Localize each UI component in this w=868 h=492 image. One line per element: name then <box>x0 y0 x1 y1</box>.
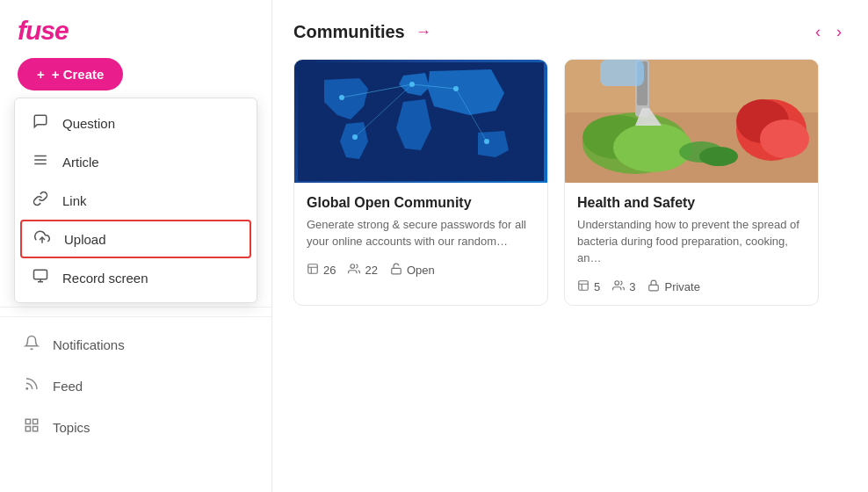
docs-icon-health <box>577 279 590 294</box>
section-title: Communities <box>293 22 405 42</box>
community-card-global[interactable]: Global Open Community Generate strong & … <box>293 59 548 306</box>
sidebar-header: fuse <box>0 0 271 58</box>
cards-row: Global Open Community Generate strong & … <box>293 59 847 306</box>
svg-rect-11 <box>33 427 38 431</box>
card-body-global: Global Open Community Generate strong & … <box>294 183 547 288</box>
dropdown-item-upload[interactable]: Upload <box>20 220 251 258</box>
svg-rect-9 <box>33 419 38 423</box>
svg-point-33 <box>699 147 738 166</box>
sidebar-item-feed[interactable]: Feed <box>0 365 271 407</box>
svg-point-44 <box>615 280 619 285</box>
sidebar-nav: Notifications Feed Topics <box>0 316 271 448</box>
members-icon-global <box>348 263 360 278</box>
svg-rect-8 <box>25 419 30 423</box>
link-icon <box>31 191 50 210</box>
world-map-svg <box>298 62 544 181</box>
svg-rect-10 <box>25 427 30 431</box>
card-title-health: Health and Safety <box>577 195 806 211</box>
svg-point-31 <box>613 123 692 172</box>
notifications-label: Notifications <box>53 337 125 352</box>
prev-arrow-button[interactable]: ‹ <box>810 21 826 43</box>
article-icon <box>31 152 50 171</box>
create-button[interactable]: + + Create <box>18 58 123 90</box>
svg-point-7 <box>26 388 28 390</box>
sidebar-divider <box>0 307 271 308</box>
dropdown-label-upload: Upload <box>64 232 106 247</box>
access-type-global: Open <box>407 264 435 277</box>
members-icon-health <box>612 279 625 294</box>
notifications-icon <box>23 335 40 355</box>
meta-members-health: 3 <box>612 279 635 294</box>
card-desc-global: Generate strong & secure passwords for a… <box>307 217 535 250</box>
svg-point-36 <box>760 119 809 158</box>
meta-access-health: Private <box>647 279 699 294</box>
card-meta-health: 5 3 <box>577 279 806 294</box>
meta-members-global: 22 <box>348 263 377 278</box>
card-body-health: Health and Safety Understanding how to p… <box>565 183 818 305</box>
section-header: Communities → ‹ › <box>293 21 847 43</box>
dropdown-item-question[interactable]: Question <box>15 104 257 142</box>
card-image-global <box>294 60 547 183</box>
svg-rect-22 <box>308 264 318 273</box>
section-title-area: Communities → <box>293 22 431 42</box>
sidebar-item-notifications[interactable]: Notifications <box>0 324 271 365</box>
card-meta-global: 26 22 <box>307 263 535 278</box>
create-button-label: + Create <box>52 67 105 82</box>
app-logo: fuse <box>18 16 254 46</box>
private-icon-health <box>647 279 660 294</box>
main-content: Communities → ‹ › <box>272 0 868 492</box>
svg-rect-4 <box>34 270 47 279</box>
dropdown-item-link[interactable]: Link <box>15 181 257 220</box>
open-icon-global <box>390 263 402 278</box>
create-dropdown: Question Article Link <box>14 98 257 303</box>
dropdown-item-article[interactable]: Article <box>15 142 257 181</box>
members-count-health: 3 <box>629 280 635 293</box>
dropdown-label-link: Link <box>62 193 87 208</box>
card-desc-health: Understanding how to prevent the spread … <box>577 217 806 267</box>
svg-rect-40 <box>600 60 644 86</box>
meta-docs-global: 26 <box>307 263 336 278</box>
dropdown-item-record[interactable]: Record screen <box>15 258 257 297</box>
sidebar: fuse + + Create Question <box>0 0 272 492</box>
food-scene-svg <box>565 60 818 183</box>
svg-rect-26 <box>392 268 401 273</box>
dropdown-label-article: Article <box>62 155 99 170</box>
question-icon <box>31 113 50 133</box>
card-title-global: Global Open Community <box>307 195 535 211</box>
create-plus-icon: + <box>37 67 45 82</box>
meta-access-global: Open <box>390 263 435 278</box>
members-count-global: 22 <box>365 264 377 277</box>
dropdown-label-question: Question <box>62 116 115 131</box>
dropdown-label-record: Record screen <box>62 271 148 286</box>
meta-docs-health: 5 <box>577 279 600 294</box>
topics-icon <box>23 417 40 438</box>
access-type-health: Private <box>664 280 699 293</box>
feed-label: Feed <box>53 379 83 394</box>
upload-icon <box>33 229 52 249</box>
sidebar-item-topics[interactable]: Topics <box>0 407 271 448</box>
feed-icon <box>23 376 40 396</box>
svg-point-25 <box>351 264 355 268</box>
svg-rect-45 <box>649 285 659 290</box>
svg-rect-41 <box>579 280 589 290</box>
docs-count-health: 5 <box>594 280 600 293</box>
card-image-health <box>565 60 818 183</box>
next-arrow-button[interactable]: › <box>831 21 847 43</box>
community-card-health[interactable]: Health and Safety Understanding how to p… <box>564 59 819 306</box>
topics-label: Topics <box>53 420 90 435</box>
nav-arrows: ‹ › <box>810 21 847 43</box>
record-screen-icon <box>31 268 50 287</box>
docs-count-global: 26 <box>323 264 336 277</box>
docs-icon-global <box>307 263 319 278</box>
communities-arrow-icon[interactable]: → <box>416 23 431 41</box>
